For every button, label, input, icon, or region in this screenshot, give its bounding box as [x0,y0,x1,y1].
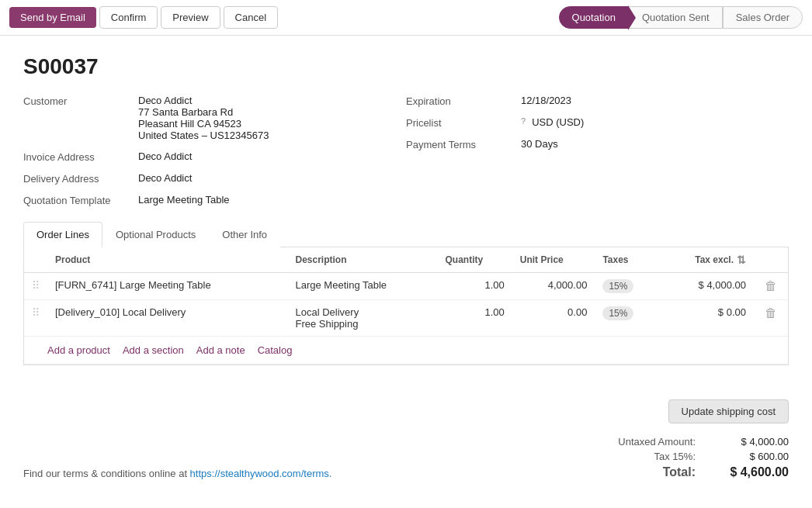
status-sales-order[interactable]: Sales Order [723,6,803,29]
table-row: ⠿ [FURN_6741] Large Meeting Table Large … [24,273,788,300]
quotation-template-value: Large Meeting Table [138,194,230,206]
tax-label: Tax 15%: [602,451,696,462]
quantity-cell: 1.00 [437,273,512,300]
tax-excl-cell: $ 0.00 [661,300,754,337]
tax-excl-cell: $ 4,000.00 [661,273,754,300]
main-content: S00037 Customer Deco Addict 77 Santa Bar… [0,36,812,384]
taxes-cell: 15% [595,300,660,337]
preview-button[interactable]: Preview [161,6,220,29]
untaxed-amount-label: Untaxed Amount: [602,436,696,448]
col-header-unit-price: Unit Price [512,247,595,273]
delete-row-1-button[interactable]: 🗑 [762,279,780,293]
total-label: Total: [602,465,696,479]
customer-value: Deco Addict 77 Santa Barbara Rd Pleasant… [138,95,269,141]
add-note-link[interactable]: Add a note [196,344,245,356]
expiration-field: Expiration 12/18/2023 [406,95,789,107]
confirm-button[interactable]: Confirm [99,6,158,29]
customer-address1: 77 Santa Barbara Rd [138,106,269,118]
invoice-address-label: Invoice Address [23,150,132,163]
quantity-cell: 1.00 [437,300,512,337]
cancel-button[interactable]: Cancel [224,6,278,29]
info-right: Expiration 12/18/2023 Pricelist ? USD (U… [406,95,789,206]
customer-address3: United States – US12345673 [138,130,269,141]
unit-price-cell: 0.00 [512,300,595,337]
customer-address2: Pleasant Hill CA 94523 [138,118,269,130]
add-catalog-link[interactable]: Catalog [258,344,293,356]
sort-icon[interactable]: ⇅ [737,254,746,266]
table-row: ⠿ [Delivery_010] Local Delivery Local De… [24,300,788,337]
tab-content: Product Description Quantity Unit Price … [23,247,789,365]
pricelist-label: Pricelist [406,116,515,129]
expiration-label: Expiration [406,95,515,107]
tab-order-lines[interactable]: Order Lines [23,222,102,247]
drag-handle[interactable]: ⠿ [32,306,40,319]
col-header-taxes: Taxes [595,247,660,273]
quotation-template-field: Quotation Template Large Meeting Table [23,194,406,206]
status-quotation[interactable]: Quotation [559,6,629,29]
toolbar: Send by Email Confirm Preview Cancel Quo… [0,0,812,36]
footer: Find our terms & conditions online at ht… [0,384,812,495]
col-header-product: Product [47,247,288,273]
add-links: Add a product Add a section Add a note C… [24,337,788,365]
tab-optional-products[interactable]: Optional Products [102,222,209,247]
product-cell: [FURN_6741] Large Meeting Table [47,273,288,300]
product-cell: [Delivery_010] Local Delivery [47,300,288,337]
quotation-template-label: Quotation Template [23,194,132,206]
col-header-description: Description [288,247,438,273]
customer-name: Deco Addict [138,95,269,106]
pricelist-field: Pricelist ? USD (USD) [406,116,789,129]
status-bar: Quotation Quotation Sent Sales Order [559,6,803,29]
terms-section: Find our terms & conditions online at ht… [23,468,331,479]
expiration-value: 12/18/2023 [521,95,571,106]
untaxed-amount-value: $ 4,000.00 [727,436,789,448]
payment-terms-value: 30 Days [521,138,558,150]
info-left: Customer Deco Addict 77 Santa Barbara Rd… [23,95,406,206]
invoice-address-field: Invoice Address Deco Addict [23,150,406,163]
customer-label: Customer [23,95,132,107]
delivery-address-field: Delivery Address Deco Addict [23,172,406,185]
payment-terms-label: Payment Terms [406,138,515,150]
tab-other-info[interactable]: Other Info [209,222,280,247]
add-section-link[interactable]: Add a section [123,344,184,356]
col-header-tax-excl: Tax excl. ⇅ [661,247,754,273]
delete-row-2-button[interactable]: 🗑 [762,306,780,320]
drag-handle[interactable]: ⠿ [32,279,40,292]
pricelist-help-icon[interactable]: ? [521,116,526,126]
delivery-address-label: Delivery Address [23,172,132,185]
tax-row: Tax 15%: $ 600.00 [602,451,789,462]
add-product-link[interactable]: Add a product [47,344,110,356]
terms-link[interactable]: https://stealthywood.com/terms. [190,468,332,479]
pricelist-value: USD (USD) [532,116,584,128]
tabs: Order Lines Optional Products Other Info [23,222,789,247]
document-title: S00037 [23,54,789,79]
update-shipping-button[interactable]: Update shipping cost [668,399,789,423]
payment-terms-field: Payment Terms 30 Days [406,138,789,150]
taxes-cell: 15% [595,273,660,300]
status-quotation-sent[interactable]: Quotation Sent [629,6,723,29]
totals-section: Update shipping cost Untaxed Amount: $ 4… [602,399,789,479]
customer-field: Customer Deco Addict 77 Santa Barbara Rd… [23,95,406,141]
tax-value: $ 600.00 [727,451,789,462]
terms-text: Find our terms & conditions online at ht… [23,468,331,479]
total-row: Total: $ 4,600.00 [602,465,789,479]
total-value: $ 4,600.00 [727,465,789,479]
unit-price-cell: 4,000.00 [512,273,595,300]
description-cell: Local Delivery Free Shipping [288,300,438,337]
info-grid: Customer Deco Addict 77 Santa Barbara Rd… [23,95,789,206]
order-table: Product Description Quantity Unit Price … [24,247,788,337]
delivery-address-value: Deco Addict [138,172,192,184]
invoice-address-value: Deco Addict [138,150,192,162]
col-header-quantity: Quantity [437,247,512,273]
send-email-button[interactable]: Send by Email [9,7,96,28]
untaxed-amount-row: Untaxed Amount: $ 4,000.00 [602,436,789,448]
description-cell: Large Meeting Table [288,273,438,300]
